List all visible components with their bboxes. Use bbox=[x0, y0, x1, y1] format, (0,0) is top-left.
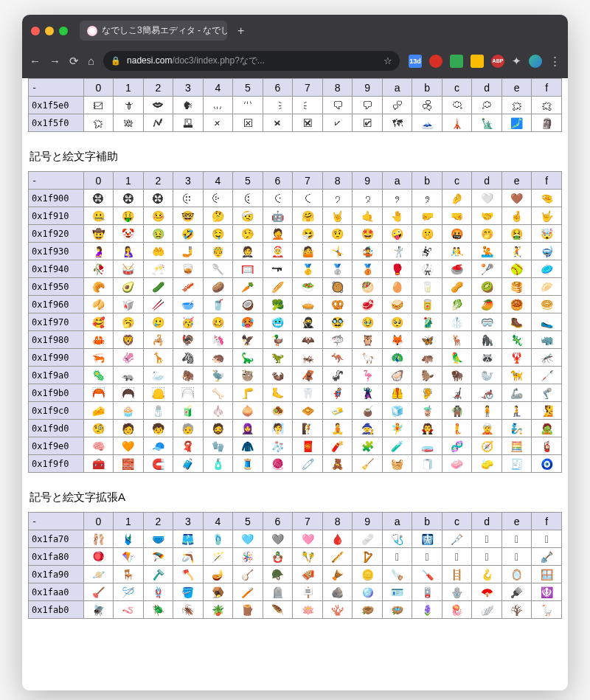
emoji-cell[interactable]: 🥩 bbox=[353, 296, 383, 313]
emoji-cell[interactable]: 🤺 bbox=[382, 243, 412, 260]
emoji-cell[interactable]: 🗻 bbox=[412, 114, 442, 132]
emoji-cell[interactable]: 🤝 bbox=[472, 207, 502, 225]
emoji-cell[interactable]: 🥅 bbox=[233, 260, 263, 278]
emoji-cell[interactable]: 🥣 bbox=[173, 296, 204, 313]
emoji-cell[interactable]: 🪻 bbox=[412, 601, 442, 619]
emoji-cell[interactable]: 🥞 bbox=[502, 278, 532, 296]
emoji-cell[interactable]: 🤵 bbox=[233, 243, 263, 260]
emoji-cell[interactable]: 🗽 bbox=[472, 114, 502, 132]
emoji-cell[interactable]: 🥜 bbox=[442, 278, 472, 296]
emoji-cell[interactable]: 🦦 bbox=[263, 367, 293, 384]
emoji-cell[interactable]: 🪧 bbox=[293, 583, 323, 601]
emoji-cell[interactable]: 🧟 bbox=[532, 420, 562, 437]
emoji-cell[interactable]: 🥭 bbox=[472, 296, 502, 313]
emoji-cell[interactable]: 🗧 bbox=[293, 97, 323, 114]
emoji-cell[interactable]: 🧡 bbox=[114, 437, 144, 455]
emoji-cell[interactable]: 🪇 bbox=[293, 548, 323, 566]
emoji-cell[interactable]: 🗥 bbox=[233, 97, 263, 114]
emoji-cell[interactable]: 🤣 bbox=[173, 225, 204, 243]
emoji-cell[interactable]: 🗼 bbox=[442, 114, 472, 132]
emoji-cell[interactable]: 🧾 bbox=[502, 455, 532, 473]
emoji-cell[interactable]: 🦤 bbox=[203, 367, 233, 384]
emoji-cell[interactable]: 🤫 bbox=[412, 225, 442, 243]
emoji-cell[interactable]: 🦵 bbox=[233, 384, 263, 402]
emoji-cell[interactable]: 🥦 bbox=[263, 296, 293, 313]
emoji-cell[interactable]: 🦟 bbox=[532, 349, 562, 367]
emoji-cell[interactable]: 🪐 bbox=[83, 566, 114, 583]
emoji-cell[interactable]: 🧊 bbox=[382, 402, 412, 420]
emoji-cell[interactable]: 🩺 bbox=[382, 530, 412, 548]
emoji-cell[interactable]: 🗵 bbox=[233, 114, 263, 132]
emoji-cell[interactable]: 🪦 bbox=[263, 583, 293, 601]
emoji-cell[interactable]: 🥲 bbox=[143, 313, 173, 331]
emoji-cell[interactable]: 🧤 bbox=[203, 437, 233, 455]
emoji-cell[interactable]: 🥍 bbox=[472, 260, 502, 278]
emoji-cell[interactable]: 🦛 bbox=[412, 349, 442, 367]
emoji-cell[interactable]: 🥯 bbox=[532, 296, 562, 313]
emoji-cell[interactable]: 🦺 bbox=[382, 384, 412, 402]
emoji-cell[interactable]: 🧦 bbox=[263, 437, 293, 455]
emoji-cell[interactable]: 🪰 bbox=[83, 601, 114, 619]
emoji-cell[interactable]: 🦏 bbox=[532, 331, 562, 349]
emoji-cell[interactable]: 🧅 bbox=[233, 402, 263, 420]
emoji-cell[interactable]: 🦫 bbox=[412, 367, 442, 384]
emoji-cell[interactable]: 🤅 bbox=[233, 190, 263, 207]
emoji-cell[interactable]: 🪈 bbox=[322, 548, 353, 566]
emoji-cell[interactable]: 🪏 bbox=[532, 548, 562, 566]
emoji-cell[interactable]: 🥱 bbox=[114, 313, 144, 331]
emoji-cell[interactable]: 🤨 bbox=[322, 225, 353, 243]
emoji-cell[interactable]: 🦨 bbox=[322, 367, 353, 384]
emoji-cell[interactable]: 🤦 bbox=[263, 225, 293, 243]
emoji-cell[interactable]: 🥵 bbox=[233, 313, 263, 331]
emoji-cell[interactable]: 🤥 bbox=[233, 225, 263, 243]
emoji-cell[interactable]: 🪫 bbox=[412, 583, 442, 601]
emoji-cell[interactable]: 🦷 bbox=[293, 384, 323, 402]
emoji-cell[interactable]: 🪲 bbox=[143, 601, 173, 619]
emoji-cell[interactable]: 🤠 bbox=[83, 225, 114, 243]
emoji-cell[interactable]: 🪁 bbox=[114, 548, 144, 566]
emoji-cell[interactable]: 🤯 bbox=[532, 225, 562, 243]
emoji-cell[interactable]: 🦾 bbox=[502, 384, 532, 402]
emoji-cell[interactable]: 🥆 bbox=[263, 260, 293, 278]
emoji-cell[interactable]: 🤕 bbox=[233, 207, 263, 225]
emoji-cell[interactable]: 🥸 bbox=[322, 313, 353, 331]
emoji-cell[interactable]: 🥬 bbox=[442, 296, 472, 313]
emoji-cell[interactable]: 🥿 bbox=[532, 313, 562, 331]
emoji-cell[interactable]: 🥧 bbox=[293, 296, 323, 313]
emoji-cell[interactable]: 🤑 bbox=[114, 207, 144, 225]
emoji-cell[interactable]: 🥊 bbox=[382, 260, 412, 278]
emoji-cell[interactable]: 🤔 bbox=[203, 207, 233, 225]
emoji-cell[interactable]: 🤏 bbox=[532, 190, 562, 207]
extension-icon[interactable] bbox=[450, 55, 463, 68]
emoji-cell[interactable]: 🗿 bbox=[532, 114, 562, 132]
emoji-cell[interactable]: 🤱 bbox=[114, 243, 144, 260]
emoji-cell[interactable]: 🧫 bbox=[412, 437, 442, 455]
emoji-cell[interactable]: 🥕 bbox=[233, 278, 263, 296]
emoji-cell[interactable]: 🧢 bbox=[143, 437, 173, 455]
emoji-cell[interactable]: 🤓 bbox=[173, 207, 204, 225]
emoji-cell[interactable]: 🦠 bbox=[83, 367, 114, 384]
emoji-cell[interactable]: 🥌 bbox=[442, 260, 472, 278]
emoji-cell[interactable]: 🪋 bbox=[412, 548, 442, 566]
emoji-cell[interactable]: 🗫 bbox=[412, 97, 442, 114]
emoji-cell[interactable]: 🥚 bbox=[382, 278, 412, 296]
emoji-cell[interactable]: 🧲 bbox=[143, 455, 173, 473]
emoji-cell[interactable]: 🗺 bbox=[382, 114, 412, 132]
emoji-cell[interactable]: 🗡 bbox=[114, 97, 144, 114]
emoji-cell[interactable]: 🪼 bbox=[442, 601, 472, 619]
extension-icon[interactable] bbox=[471, 55, 484, 68]
emoji-cell[interactable]: 🪜 bbox=[442, 566, 472, 583]
emoji-cell[interactable]: 🧖 bbox=[263, 420, 293, 437]
emoji-cell[interactable]: 🥻 bbox=[412, 313, 442, 331]
emoji-cell[interactable]: 🥎 bbox=[502, 260, 532, 278]
emoji-cell[interactable]: 🧹 bbox=[353, 455, 383, 473]
calendar-extension-icon[interactable]: 13d bbox=[409, 55, 422, 68]
emoji-cell[interactable]: 🪃 bbox=[173, 548, 204, 566]
emoji-cell[interactable]: 🧩 bbox=[353, 437, 383, 455]
emoji-cell[interactable]: 🥘 bbox=[322, 278, 353, 296]
emoji-cell[interactable]: 🪖 bbox=[263, 566, 293, 583]
emoji-cell[interactable]: 🪡 bbox=[114, 583, 144, 601]
emoji-cell[interactable]: 🦐 bbox=[83, 349, 114, 367]
emoji-cell[interactable]: 🗦 bbox=[263, 97, 293, 114]
emoji-cell[interactable]: 🦑 bbox=[114, 349, 144, 367]
